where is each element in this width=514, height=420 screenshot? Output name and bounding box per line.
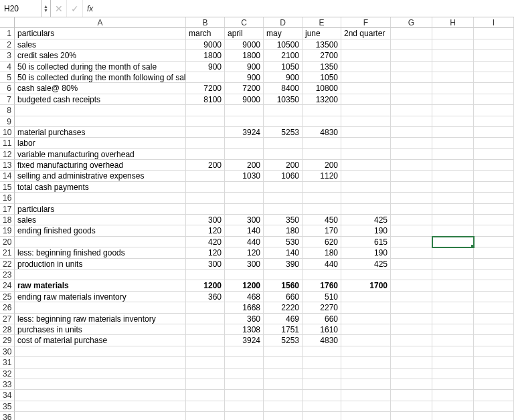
cell[interactable]: 425 bbox=[341, 259, 391, 270]
cell[interactable] bbox=[432, 105, 474, 116]
cell[interactable] bbox=[432, 160, 474, 171]
cell[interactable] bbox=[391, 116, 432, 127]
cell[interactable] bbox=[186, 171, 225, 181]
cell[interactable]: 180 bbox=[264, 225, 303, 236]
cell[interactable] bbox=[303, 105, 341, 116]
cell[interactable]: sales bbox=[15, 39, 186, 50]
cell[interactable] bbox=[474, 314, 514, 324]
cell[interactable] bbox=[186, 412, 225, 420]
cell[interactable] bbox=[341, 83, 391, 94]
cell[interactable] bbox=[303, 138, 341, 148]
cell[interactable]: 1760 bbox=[303, 280, 341, 291]
cell[interactable]: variable manufacturing overhead bbox=[15, 149, 186, 160]
cell[interactable]: sales bbox=[15, 215, 186, 225]
cell[interactable]: 1668 bbox=[225, 302, 264, 313]
cell[interactable] bbox=[391, 390, 432, 401]
cell[interactable] bbox=[474, 259, 514, 270]
cell[interactable] bbox=[341, 149, 391, 160]
cell[interactable] bbox=[474, 270, 514, 280]
cell[interactable] bbox=[432, 83, 474, 94]
cell[interactable]: 13500 bbox=[303, 39, 341, 50]
cell[interactable] bbox=[303, 369, 341, 379]
cell[interactable] bbox=[341, 357, 391, 368]
cell[interactable] bbox=[432, 50, 474, 61]
cell[interactable] bbox=[432, 127, 474, 138]
row-header[interactable]: 20 bbox=[0, 237, 15, 247]
cell[interactable] bbox=[225, 369, 264, 379]
cell[interactable]: cost of material purchase bbox=[15, 335, 186, 346]
cell[interactable]: 1560 bbox=[264, 280, 303, 291]
cell[interactable] bbox=[391, 346, 432, 357]
cell[interactable] bbox=[432, 412, 474, 420]
col-header-F[interactable]: F bbox=[341, 17, 391, 28]
cell[interactable]: 1800 bbox=[186, 50, 225, 61]
cell[interactable]: 1030 bbox=[225, 171, 264, 181]
cell[interactable]: 660 bbox=[303, 314, 341, 324]
row-header[interactable]: 1 bbox=[0, 28, 15, 39]
cell[interactable] bbox=[341, 105, 391, 116]
row-header[interactable]: 27 bbox=[0, 314, 15, 324]
cell[interactable]: 1700 bbox=[341, 280, 391, 291]
cell[interactable]: 530 bbox=[264, 237, 303, 247]
cell[interactable] bbox=[264, 116, 303, 127]
cell[interactable] bbox=[432, 171, 474, 181]
cell[interactable] bbox=[474, 346, 514, 357]
cell[interactable] bbox=[264, 379, 303, 390]
cell[interactable]: 50 is collected during the month of sale bbox=[15, 62, 186, 72]
cell[interactable] bbox=[186, 335, 225, 346]
cell[interactable] bbox=[15, 390, 186, 401]
cell[interactable]: 300 bbox=[225, 259, 264, 270]
cell[interactable] bbox=[432, 369, 474, 379]
cell[interactable]: 4830 bbox=[303, 127, 341, 138]
cell[interactable] bbox=[432, 39, 474, 50]
cell[interactable] bbox=[225, 149, 264, 160]
cell[interactable]: 1308 bbox=[225, 324, 264, 335]
cell[interactable]: 300 bbox=[186, 259, 225, 270]
cell[interactable] bbox=[391, 247, 432, 258]
cell[interactable] bbox=[432, 237, 474, 247]
cell[interactable]: 200 bbox=[186, 160, 225, 171]
cell[interactable]: 120 bbox=[225, 247, 264, 258]
cell[interactable] bbox=[391, 182, 432, 193]
cell[interactable] bbox=[474, 401, 514, 412]
cell[interactable]: 1050 bbox=[303, 72, 341, 83]
cell[interactable]: 180 bbox=[303, 247, 341, 258]
cell[interactable] bbox=[303, 379, 341, 390]
cell[interactable] bbox=[15, 270, 186, 280]
cell[interactable]: ending finished goods bbox=[15, 225, 186, 236]
cell[interactable] bbox=[391, 270, 432, 280]
row-header[interactable]: 23 bbox=[0, 270, 15, 280]
cell[interactable] bbox=[391, 149, 432, 160]
cell[interactable] bbox=[15, 105, 186, 116]
cell[interactable] bbox=[341, 346, 391, 357]
row-header[interactable]: 32 bbox=[0, 369, 15, 379]
cell[interactable] bbox=[391, 225, 432, 236]
cell[interactable] bbox=[225, 401, 264, 412]
cell[interactable] bbox=[225, 390, 264, 401]
cell[interactable] bbox=[432, 149, 474, 160]
cell[interactable] bbox=[303, 270, 341, 280]
cell[interactable] bbox=[391, 324, 432, 335]
cell[interactable] bbox=[474, 193, 514, 203]
cell[interactable]: march bbox=[186, 28, 225, 39]
cell[interactable] bbox=[474, 62, 514, 72]
cell[interactable]: total cash payments bbox=[15, 182, 186, 193]
cell[interactable] bbox=[474, 204, 514, 215]
cell[interactable] bbox=[391, 28, 432, 39]
cell[interactable]: 190 bbox=[341, 225, 391, 236]
cell[interactable] bbox=[225, 182, 264, 193]
cell[interactable] bbox=[391, 369, 432, 379]
row-header[interactable]: 3 bbox=[0, 50, 15, 61]
cell[interactable] bbox=[474, 357, 514, 368]
cell[interactable] bbox=[264, 182, 303, 193]
cell[interactable] bbox=[303, 412, 341, 420]
cell[interactable]: april bbox=[225, 28, 264, 39]
row-header[interactable]: 6 bbox=[0, 83, 15, 94]
cell[interactable] bbox=[432, 247, 474, 258]
cell[interactable]: 900 bbox=[186, 62, 225, 72]
cell[interactable]: may bbox=[264, 28, 303, 39]
cell[interactable] bbox=[264, 149, 303, 160]
cell[interactable] bbox=[186, 346, 225, 357]
row-header[interactable]: 19 bbox=[0, 225, 15, 236]
cell[interactable]: 300 bbox=[225, 215, 264, 225]
